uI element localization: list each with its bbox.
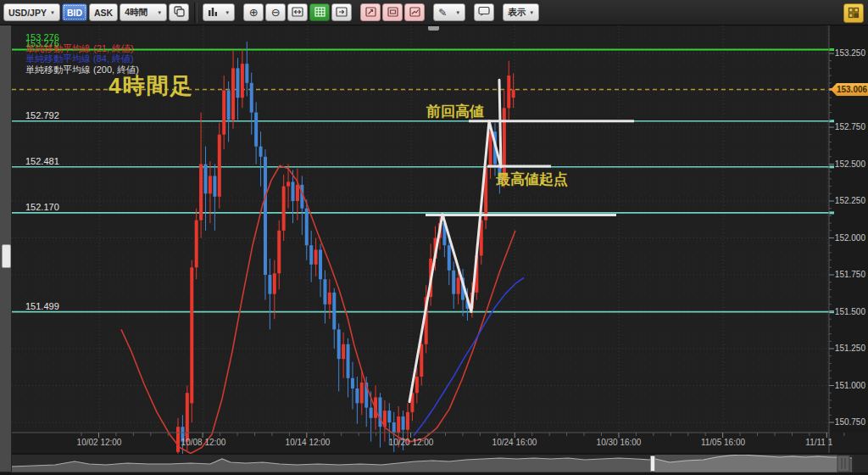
x-axis-label: 10/24 16:00 bbox=[492, 438, 537, 447]
symbol-select[interactable]: USD/JPY ▼ bbox=[3, 3, 60, 21]
scroll-to-latest-button[interactable] bbox=[331, 3, 352, 21]
y-axis-label: 152.000 bbox=[834, 233, 865, 243]
y-axis-label: 153.250 bbox=[834, 48, 865, 58]
draw-tool-select[interactable]: ✎ ▼ bbox=[433, 3, 465, 21]
chart-box-icon bbox=[387, 7, 398, 19]
prev-high-annotation: 前回高値 bbox=[426, 102, 484, 121]
y-axis-label: 152.500 bbox=[834, 159, 865, 169]
scroll-right-icon bbox=[336, 7, 348, 19]
y-axis-label: 151.500 bbox=[834, 307, 865, 316]
pencil-icon: ✎ bbox=[438, 8, 447, 18]
toolbar-separator bbox=[194, 3, 198, 23]
sma84-legend: 単純移動平均線 (84, 終値) bbox=[25, 53, 139, 64]
y-axis-label: 150.750 bbox=[834, 417, 865, 427]
x-axis-label: 10/30 16:00 bbox=[597, 438, 642, 447]
chevron-down-icon: ▼ bbox=[225, 10, 230, 15]
highest-origin-annotation: 最高値起点 bbox=[496, 170, 568, 189]
bid-button[interactable]: BID bbox=[62, 3, 87, 21]
chart-type-select[interactable]: ▼ bbox=[203, 3, 235, 21]
y-axis-label: 151.750 bbox=[834, 270, 865, 279]
y-axis-label: 152.250 bbox=[834, 196, 865, 205]
fx-chart-window: USD/JPY ▼ BID ASK 4時間 ▼ ▼ ⊕ bbox=[0, 0, 868, 475]
grid-toggle-button[interactable] bbox=[309, 3, 330, 21]
grid-icon bbox=[314, 7, 326, 19]
x-axis-label: 10/02 12:00 bbox=[77, 438, 122, 447]
price-level-label: 151.499 bbox=[25, 301, 59, 311]
chart-line-icon bbox=[409, 7, 420, 19]
bar-chart-icon bbox=[208, 6, 218, 19]
fit-width-button[interactable] bbox=[287, 3, 308, 21]
panel-toggle-handle[interactable] bbox=[2, 244, 11, 268]
layout-grid-icon bbox=[848, 7, 860, 20]
ask-label: ASK bbox=[94, 8, 113, 18]
x-axis-label: 11/05 16:00 bbox=[701, 438, 745, 447]
zoom-out-button[interactable]: ⊖ bbox=[265, 3, 286, 21]
bid-label: BID bbox=[67, 8, 82, 18]
chevron-down-icon: ▼ bbox=[455, 10, 460, 15]
ask-button[interactable]: ASK bbox=[89, 3, 118, 21]
zoom-in-button[interactable]: ⊕ bbox=[243, 3, 264, 21]
y-axis-label: 152.750 bbox=[834, 122, 865, 131]
layout-panel-button[interactable] bbox=[843, 3, 864, 23]
time-axis-labels[interactable]: 10/02 12:0010/08 12:0010/14 12:0010/20 1… bbox=[12, 433, 832, 453]
x-axis-label: 10/14 12:00 bbox=[286, 438, 331, 447]
annotation-trend-button[interactable] bbox=[360, 3, 381, 21]
chart-top-handle[interactable] bbox=[428, 26, 439, 31]
callout-button[interactable] bbox=[474, 3, 494, 21]
left-panel-strip bbox=[0, 25, 12, 472]
fit-width-icon bbox=[292, 7, 303, 19]
x-axis-label: 10/08 12:00 bbox=[181, 438, 226, 447]
navigator-handle[interactable] bbox=[650, 455, 655, 472]
chevron-down-icon: ▼ bbox=[529, 10, 534, 15]
timeframe-select[interactable]: 4時間 ▼ bbox=[120, 3, 167, 21]
timeframe-annotation: 4時間足 bbox=[108, 71, 193, 101]
display-label: 表示 bbox=[508, 7, 526, 19]
timeframe-label: 4時間 bbox=[125, 7, 147, 19]
zoom-in-icon: ⊕ bbox=[249, 7, 259, 18]
annotation-box-button[interactable] bbox=[382, 3, 403, 21]
annotation-line-button[interactable] bbox=[404, 3, 425, 21]
current-price-badge: 153.006 bbox=[831, 83, 868, 96]
price-level-label: 152.792 bbox=[25, 110, 59, 120]
chevron-down-icon: ▼ bbox=[157, 10, 162, 15]
zoom-out-icon: ⊖ bbox=[271, 7, 281, 18]
display-menu-button[interactable]: 表示 ▼ bbox=[503, 3, 539, 21]
chevron-down-icon: ▼ bbox=[50, 10, 55, 15]
price-level-label: 152.170 bbox=[25, 202, 59, 212]
price-level-label: 152.481 bbox=[25, 156, 59, 166]
price-level-label: 153.276 bbox=[25, 38, 59, 48]
y-axis-label: 151.000 bbox=[834, 381, 865, 390]
y-axis-label: 151.250 bbox=[834, 344, 865, 353]
compare-symbols-button[interactable] bbox=[169, 3, 189, 21]
layers-icon bbox=[174, 6, 185, 19]
callout-icon bbox=[478, 6, 490, 19]
toolbar: USD/JPY ▼ BID ASK 4時間 ▼ ▼ ⊕ bbox=[0, 0, 868, 25]
x-axis-label: 11/11 16:00 bbox=[805, 438, 832, 447]
x-axis-label: 10/20 12:00 bbox=[389, 438, 434, 447]
symbol-label: USD/JPY bbox=[8, 8, 47, 18]
chart-arrow-icon bbox=[365, 7, 376, 19]
